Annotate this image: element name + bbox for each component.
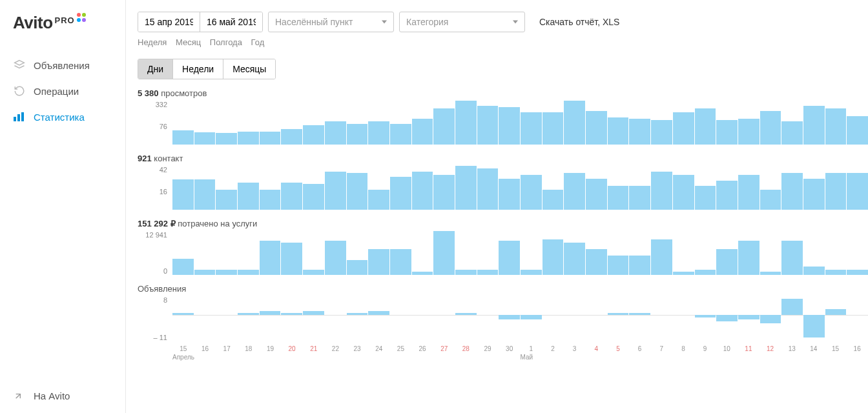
location-select[interactable]: Населённый пункт bbox=[268, 12, 394, 32]
sidebar-item-listings[interactable]: Объявления bbox=[0, 52, 125, 78]
date-range bbox=[138, 12, 263, 32]
back-to-avito[interactable]: На Avito bbox=[0, 379, 125, 413]
sidebar-item-statistics[interactable]: Статистика bbox=[0, 104, 125, 130]
range-week[interactable]: Неделя bbox=[138, 37, 167, 47]
section-ads: Объявления 8– 11 bbox=[138, 284, 868, 341]
gran-months[interactable]: Месяцы bbox=[223, 59, 275, 79]
back-label: На Avito bbox=[34, 390, 70, 401]
bars-icon bbox=[13, 110, 26, 123]
download-xls-link[interactable]: Скачать отчёт, XLS bbox=[539, 17, 619, 27]
sidebar-item-operations[interactable]: Операции bbox=[0, 78, 125, 104]
section-spent: 151 292 ₽ потрачено на услуги 12 9410 bbox=[138, 219, 868, 275]
views-label: просмотров bbox=[161, 88, 207, 98]
quick-ranges: Неделя Месяц Полгода Год bbox=[138, 37, 868, 47]
svg-marker-0 bbox=[15, 61, 25, 66]
date-to-input[interactable] bbox=[200, 12, 262, 32]
gran-weeks[interactable]: Недели bbox=[173, 59, 223, 79]
logo-main: Avito bbox=[13, 13, 53, 33]
chart-contacts bbox=[172, 166, 868, 210]
spent-label: потрачено на услуги bbox=[178, 219, 257, 228]
chart-spent bbox=[172, 231, 868, 275]
x-axis-days: 1516171819202122232425262728293012345678… bbox=[172, 345, 868, 352]
spent-total: 151 292 ₽ bbox=[138, 219, 176, 228]
contacts-label: контакт bbox=[154, 154, 183, 163]
svg-rect-3 bbox=[21, 112, 24, 121]
section-contacts: 921 контакт 4216 bbox=[138, 154, 868, 210]
range-year[interactable]: Год bbox=[251, 37, 265, 47]
gran-days[interactable]: Дни bbox=[138, 59, 173, 79]
history-icon bbox=[13, 85, 26, 97]
sidebar-label: Статистика bbox=[34, 112, 85, 123]
chart-views bbox=[172, 101, 868, 145]
x-axis-months: Апрель Май bbox=[172, 354, 868, 361]
sidebar-label: Объявления bbox=[34, 60, 90, 71]
ads-label: Объявления bbox=[138, 284, 186, 294]
date-from-input[interactable] bbox=[138, 12, 200, 32]
logo[interactable]: Avito PRO bbox=[0, 6, 125, 46]
chart-ads bbox=[172, 296, 868, 341]
granularity-segment: Дни Недели Месяцы bbox=[138, 59, 276, 79]
logo-suffix: PRO bbox=[55, 15, 75, 25]
range-halfyear[interactable]: Полгода bbox=[210, 37, 242, 47]
logo-dots-icon bbox=[77, 13, 86, 22]
views-total: 5 380 bbox=[138, 88, 159, 98]
section-views: 5 380 просмотров 33276 bbox=[138, 88, 868, 145]
category-select[interactable]: Категория bbox=[399, 12, 525, 32]
svg-rect-1 bbox=[14, 117, 16, 121]
range-month[interactable]: Месяц bbox=[176, 37, 201, 47]
svg-rect-2 bbox=[17, 114, 20, 121]
layers-icon bbox=[13, 59, 26, 72]
sidebar-label: Операции bbox=[34, 86, 79, 97]
contacts-total: 921 bbox=[138, 154, 152, 163]
external-icon bbox=[13, 391, 26, 401]
